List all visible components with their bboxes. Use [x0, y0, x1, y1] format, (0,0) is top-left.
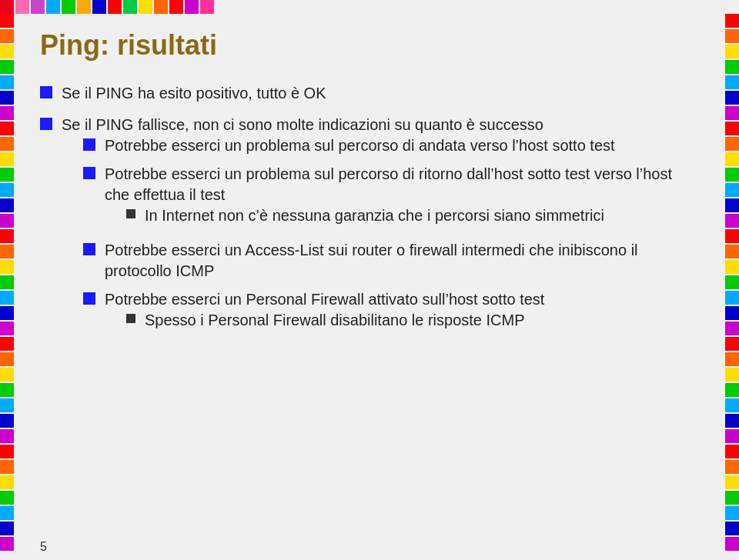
sub-sub-bullet-icon-2-4-1: [126, 314, 135, 323]
sub-bullet-icon-2-1: [83, 138, 95, 151]
sub-sub-list-2-4: Spesso i Personal Firewall disabilitano …: [126, 310, 544, 331]
bullet-text-1: Se il PING ha esito positivo, tutto è OK: [62, 83, 326, 104]
slide-title: Ping: risultati: [40, 29, 699, 62]
bullet-icon-2: [40, 118, 52, 130]
sub-item-2-4-content: Potrebbe esserci un Personal Firewall at…: [105, 289, 544, 337]
sub-text-2-4: Potrebbe esserci un Personal Firewall at…: [105, 291, 544, 308]
sub-item-2-4: Potrebbe esserci un Personal Firewall at…: [83, 289, 699, 337]
sub-text-2-2: Potrebbe esserci un problema sul percors…: [105, 165, 672, 203]
sub-list-2: Potrebbe esserci un problema sul percors…: [83, 135, 699, 337]
page-number: 5: [40, 540, 47, 554]
sub-text-2-3: Potrebbe esserci un Access-List sui rout…: [105, 240, 699, 282]
sub-bullet-icon-2-3: [83, 243, 95, 255]
sub-bullet-icon-2-4: [83, 292, 95, 305]
top-color-strip: [0, 0, 739, 14]
sub-sub-text-2-4-1: Spesso i Personal Firewall disabilitano …: [145, 310, 525, 331]
bullet-icon-1: [40, 86, 52, 98]
sub-sub-bullet-icon-2-2-1: [126, 209, 135, 218]
bullet-item-1: Se il PING ha esito positivo, tutto è OK: [40, 83, 699, 104]
sub-bullet-icon-2-2: [83, 167, 95, 179]
main-bullet-list: Se il PING ha esito positivo, tutto è OK…: [40, 83, 699, 345]
sub-item-2-3: Potrebbe esserci un Access-List sui rout…: [83, 240, 699, 282]
bullet-item-2-content: Se il PING fallisce, non ci sono molte i…: [62, 115, 699, 345]
slide-content: Ping: risultati Se il PING ha esito posi…: [17, 14, 722, 560]
sub-item-2-2-content: Potrebbe esserci un problema sul percors…: [105, 164, 699, 232]
sub-sub-list-2-2: In Internet non c’è nessuna garanzia che…: [126, 205, 699, 226]
left-color-strip: [0, 14, 14, 560]
sub-item-2-1: Potrebbe esserci un problema sul percors…: [83, 135, 699, 156]
sub-item-2-2: Potrebbe esserci un problema sul percors…: [83, 164, 699, 232]
right-color-strip: [725, 14, 739, 560]
sub-sub-item-2-2-1: In Internet non c’è nessuna garanzia che…: [126, 205, 699, 226]
sub-sub-item-2-4-1: Spesso i Personal Firewall disabilitano …: [126, 310, 544, 331]
sub-sub-text-2-2-1: In Internet non c’è nessuna garanzia che…: [145, 205, 604, 226]
bullet-text-2: Se il PING fallisce, non ci sono molte i…: [62, 116, 543, 133]
sub-text-2-1: Potrebbe esserci un problema sul percors…: [105, 135, 615, 156]
bullet-item-2: Se il PING fallisce, non ci sono molte i…: [40, 115, 699, 345]
